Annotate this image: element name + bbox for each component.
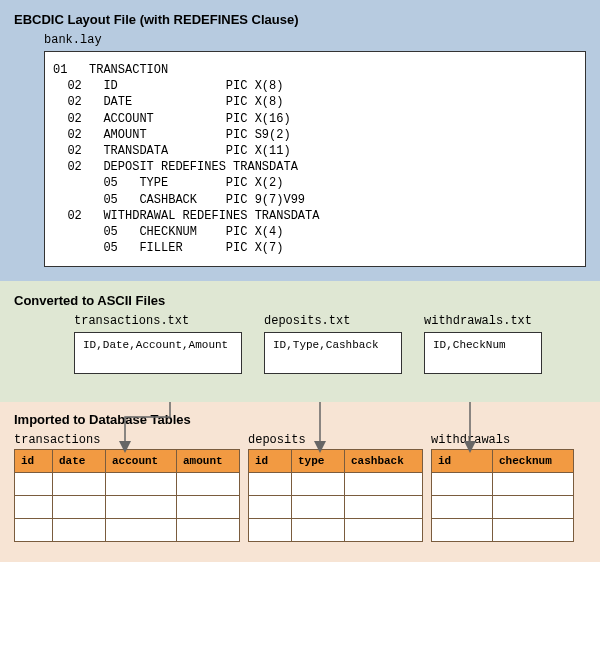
file-withdrawals: withdrawals.txt ID,CheckNum xyxy=(424,314,542,374)
db-table: id date account amount xyxy=(14,449,240,542)
files-row: transactions.txt ID,Date,Account,Amount … xyxy=(74,314,586,374)
db-table: id type cashback xyxy=(248,449,423,542)
ebcdic-title: EBCDIC Layout File (with REDEFINES Claus… xyxy=(14,12,586,27)
file-content: ID,Date,Account,Amount xyxy=(74,332,242,374)
file-deposits: deposits.txt ID,Type,Cashback xyxy=(264,314,402,374)
table-transactions: transactions id date account amount xyxy=(14,433,240,542)
ebcdic-code-box: 01 TRANSACTION 02 ID PIC X(8) 02 DATE PI… xyxy=(44,51,586,267)
ebcdic-filename: bank.lay xyxy=(44,33,586,47)
col-header: cashback xyxy=(345,450,423,473)
db-title: Imported to Database Tables xyxy=(14,412,586,427)
file-name: withdrawals.txt xyxy=(424,314,542,328)
ebcdic-section: EBCDIC Layout File (with REDEFINES Claus… xyxy=(0,0,600,281)
col-header: date xyxy=(53,450,106,473)
table-withdrawals: withdrawals id checknum xyxy=(431,433,574,542)
table-deposits: deposits id type cashback xyxy=(248,433,423,542)
col-header: id xyxy=(15,450,53,473)
table-name: deposits xyxy=(248,433,423,447)
col-header: id xyxy=(249,450,292,473)
col-header: account xyxy=(106,450,177,473)
table-name: transactions xyxy=(14,433,240,447)
file-name: deposits.txt xyxy=(264,314,402,328)
db-table: id checknum xyxy=(431,449,574,542)
col-header: amount xyxy=(177,450,240,473)
col-header: type xyxy=(292,450,345,473)
ascii-title: Converted to ASCII Files xyxy=(14,293,586,308)
file-name: transactions.txt xyxy=(74,314,242,328)
table-name: withdrawals xyxy=(431,433,574,447)
file-content: ID,CheckNum xyxy=(424,332,542,374)
file-transactions: transactions.txt ID,Date,Account,Amount xyxy=(74,314,242,374)
file-content: ID,Type,Cashback xyxy=(264,332,402,374)
col-header: checknum xyxy=(493,450,574,473)
ascii-section: Converted to ASCII Files transactions.tx… xyxy=(0,281,600,402)
db-section: Imported to Database Tables transactions… xyxy=(0,402,600,562)
col-header: id xyxy=(432,450,493,473)
tables-row: transactions id date account amount depo… xyxy=(14,433,586,542)
